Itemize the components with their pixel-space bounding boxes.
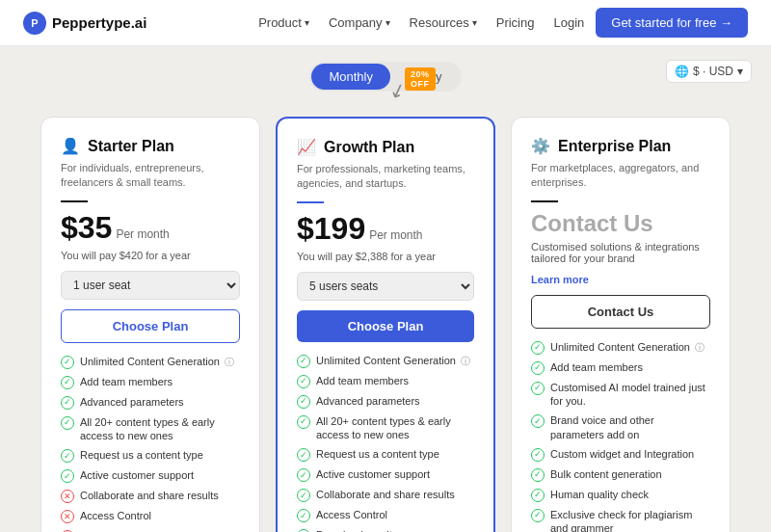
nav-resources[interactable]: Resources ▾ [410,15,477,30]
list-item: ✓ Download results [297,528,474,532]
check-icon: ✓ [61,416,74,430]
growth-seats-select[interactable]: 5 users seats [297,272,474,301]
growth-plan-desc: For professionals, marketing teams, agen… [297,162,474,192]
feature-text: Exclusive check for plagiarism and gramm… [550,508,710,532]
header-actions: Login Get started for free → [553,8,748,38]
list-item: ✓ Unlimited Content Generation ⓘ [531,340,710,355]
check-icon: ✓ [297,415,310,429]
nav-product[interactable]: Product ▾ [258,15,309,30]
currency-selector[interactable]: 🌐 $ · USD ▾ [666,60,752,83]
starter-plan-icon: 👤 [61,137,80,155]
list-item: ✓ Request us a content type [297,447,474,462]
starter-seats-select[interactable]: 1 user seat [61,271,240,300]
logo-text: Peppertype.ai [52,14,146,31]
currency-label: $ · USD [693,65,733,78]
list-item: ✓ Add team members [61,375,240,389]
check-icon: ✓ [531,414,545,428]
list-item: ✓ Brand voice and other parameters add o… [531,413,710,441]
billing-section: 20% OFF ↙ Monthly Yearly [0,46,771,101]
starter-price: $35 [61,210,112,246]
info-icon: ⓘ [461,356,470,366]
check-icon: ✓ [531,341,545,355]
list-item: ✓ Exclusive check for plagiarism and gra… [531,508,710,532]
list-item: ✓ Add team members [531,360,710,375]
pricing-section: 👤 Starter Plan For individuals, entrepre… [0,101,771,532]
chevron-down-icon: ▾ [305,17,309,28]
feature-text: Brand voice and other parameters add on [550,413,710,441]
savings-badge: 20% OFF [405,67,436,91]
check-icon: ✓ [61,376,74,389]
feature-text: Access Control [80,509,151,522]
list-item: ✕ Access Control [61,509,240,523]
check-icon: ✓ [297,375,310,388]
enterprise-plan-desc: For marketplaces, aggregators, and enter… [531,161,710,191]
x-icon: ✕ [61,490,74,503]
logo[interactable]: P Peppertype.ai [23,12,146,35]
check-icon: ✓ [297,448,310,462]
check-icon: ✓ [531,448,545,462]
list-item: ✓ Active customer support [61,468,240,483]
feature-text: Active customer support [316,467,430,481]
main-nav: Product ▾ Company ▾ Resources ▾ Pricing [258,15,534,30]
enterprise-plan-name: Enterprise Plan [558,138,671,155]
monthly-toggle[interactable]: Monthly [311,64,390,90]
feature-text: Add team members [80,375,173,388]
list-item: ✓ Bulk content generation [531,467,710,482]
starter-plan-desc: For individuals, entrepreneurs, freelanc… [61,161,240,191]
nav-company[interactable]: Company ▾ [329,15,390,30]
feature-text: Download results [316,528,397,532]
feature-text: Customised AI model trained just for you… [550,381,710,409]
list-item: ✓ Add team members [297,374,474,388]
list-item: ✓ All 20+ content types & early access t… [61,415,240,443]
growth-annual-note: You will pay $2,388 for a year [297,251,474,262]
get-started-button[interactable]: Get started for free → [596,8,748,38]
growth-period: Per month [369,228,422,242]
feature-text: Advanced parameters [80,395,184,409]
starter-plan-card: 👤 Starter Plan For individuals, entrepre… [40,117,260,532]
login-button[interactable]: Login [553,15,584,30]
enterprise-features-list: ✓ Unlimited Content Generation ⓘ ✓ Add t… [531,340,710,532]
check-icon: ✓ [297,489,310,502]
starter-period: Per month [116,227,169,241]
chevron-down-icon: ▾ [737,65,743,78]
check-icon: ✓ [531,382,545,395]
learn-more-link[interactable]: Learn more [531,274,589,285]
starter-choose-button[interactable]: Choose Plan [61,309,240,343]
starter-plan-name: Starter Plan [88,138,174,155]
feature-text: Access Control [316,508,387,521]
feature-text: Custom widget and Integration [550,447,694,461]
growth-choose-button[interactable]: Choose Plan [297,310,474,342]
feature-text: Active customer support [80,468,194,482]
logo-icon: P [23,12,46,35]
list-item: ✓ Unlimited Content Generation ⓘ [297,354,474,368]
enterprise-plan-header: ⚙️ Enterprise Plan [531,137,710,155]
check-icon: ✓ [531,489,545,502]
feature-text: Unlimited Content Generation ⓘ [80,355,234,368]
growth-plan-card: 📈 Growth Plan For professionals, marketi… [276,117,495,532]
chevron-down-icon: ▾ [472,17,477,28]
nav-pricing[interactable]: Pricing [496,15,535,30]
feature-text: Add team members [550,360,643,374]
check-icon: ✓ [531,468,545,482]
starter-divider [61,200,88,202]
check-icon: ✓ [61,469,74,483]
list-item: ✓ Request us a content type [61,448,240,463]
enterprise-contact-button[interactable]: Contact Us [531,295,710,329]
starter-price-row: $35 Per month [61,210,240,246]
feature-text: Request us a content type [316,447,439,461]
feature-text: Unlimited Content Generation ⓘ [316,354,470,367]
feature-text: All 20+ content types & early access to … [80,415,240,443]
globe-icon: 🌐 [675,65,689,78]
feature-text: Human quality check [550,488,649,501]
growth-price-row: $199 Per month [297,211,474,247]
starter-plan-header: 👤 Starter Plan [61,137,240,155]
check-icon: ✓ [297,355,310,368]
starter-annual-note: You will pay $420 for a year [61,250,240,261]
growth-price: $199 [297,211,365,247]
growth-plan-icon: 📈 [297,138,316,156]
feature-text: Collaborate and share results [80,489,219,502]
enterprise-price: Contact Us [531,210,653,237]
enterprise-plan-icon: ⚙️ [531,137,550,155]
chevron-down-icon: ▾ [386,17,390,28]
feature-text: Request us a content type [80,448,203,462]
